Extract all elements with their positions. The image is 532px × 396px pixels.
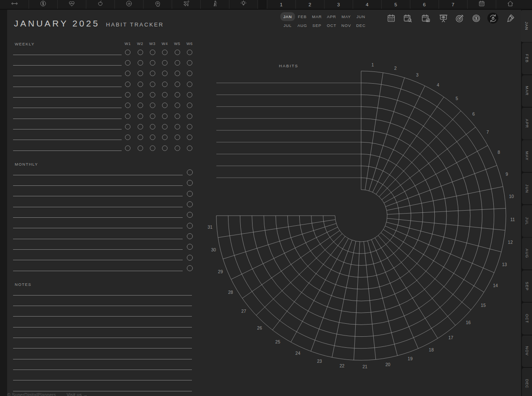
notes-line[interactable]	[13, 338, 192, 338]
pen-icon[interactable]	[505, 13, 516, 24]
weekly-check-circle-w5[interactable]	[175, 145, 180, 151]
weekly-check-circle-w3[interactable]	[150, 124, 155, 129]
weekly-check-circle-w4[interactable]	[162, 92, 168, 98]
toolbar-tab-work[interactable]	[200, 0, 229, 9]
weekly-check-circle-w5[interactable]	[175, 124, 180, 129]
toolbar-tab-5[interactable]: 5	[381, 0, 410, 9]
calendar-search-icon[interactable]	[402, 13, 413, 24]
weekly-check-circle-w2[interactable]	[138, 60, 143, 66]
monthly-check-circle[interactable]	[187, 169, 193, 175]
weekly-check-circle-w3[interactable]	[150, 50, 155, 55]
visit-us-link[interactable]: Visit us →	[66, 392, 88, 396]
month-select-aug[interactable]: AUG	[295, 21, 310, 30]
weekly-check-circle-w5[interactable]	[175, 71, 180, 76]
weekly-habit-line[interactable]	[13, 140, 122, 140]
toolbar-tab-mindset[interactable]	[143, 0, 172, 9]
toolbar-tab-4[interactable]: 4	[353, 0, 381, 9]
month-select-jul[interactable]: JUL	[280, 21, 295, 30]
weekly-check-circle-w2[interactable]	[138, 124, 143, 129]
weekly-check-circle-w1[interactable]	[125, 92, 130, 98]
notes-line[interactable]	[13, 295, 192, 296]
weekly-check-circle-w2[interactable]	[138, 92, 143, 98]
toolbar-tab-progress[interactable]	[114, 0, 143, 9]
month-select-oct[interactable]: OCT	[324, 21, 339, 30]
weekly-check-circle-w3[interactable]	[150, 114, 155, 119]
weekly-check-circle-w1[interactable]	[125, 135, 130, 140]
radial-habit-chart[interactable]: 1234567891011121314151617181920212223242…	[205, 60, 517, 373]
routine-icon[interactable]	[487, 13, 498, 24]
weekly-check-circle-w6[interactable]	[187, 50, 192, 55]
weekly-check-circle-w2[interactable]	[138, 50, 143, 55]
month-select-feb[interactable]: FEB	[295, 12, 310, 21]
weekly-check-circle-w6[interactable]	[187, 135, 192, 140]
weekly-check-circle-w5[interactable]	[175, 60, 180, 66]
toolbar-tab-savings[interactable]	[29, 0, 57, 9]
calendar-month-icon[interactable]	[386, 13, 396, 24]
weekly-check-circle-w1[interactable]	[125, 103, 130, 108]
toolbar-tab-travel[interactable]	[172, 0, 200, 9]
weekly-habit-line[interactable]	[13, 129, 122, 129]
sidebar-month-tab-apr[interactable]: APR	[522, 108, 532, 140]
notes-line[interactable]	[13, 370, 192, 370]
weekly-check-circle-w1[interactable]	[125, 114, 130, 119]
month-select-sep[interactable]: SEP	[310, 21, 325, 30]
weekly-check-circle-w1[interactable]	[125, 145, 130, 151]
sidebar-month-tab-nov[interactable]: NOV	[522, 335, 532, 367]
monthly-check-circle[interactable]	[187, 233, 193, 239]
toolbar-tab-dumbbell[interactable]	[0, 0, 29, 9]
sidebar-month-tab-jun[interactable]: JUN	[522, 173, 532, 205]
weekly-check-circle-w3[interactable]	[150, 60, 155, 66]
weekly-habit-line[interactable]	[13, 119, 122, 119]
weekly-check-circle-w4[interactable]	[162, 135, 168, 140]
monthly-check-circle[interactable]	[187, 201, 193, 207]
month-select-jun[interactable]: JUN	[354, 12, 368, 21]
weekly-check-circle-w3[interactable]	[150, 92, 155, 98]
weekly-check-circle-w5[interactable]	[175, 114, 180, 119]
notes-line[interactable]	[13, 380, 192, 380]
sidebar-month-tab-mar[interactable]: MAR	[522, 75, 532, 107]
notes-line[interactable]	[13, 359, 192, 359]
weekly-check-circle-w5[interactable]	[175, 82, 180, 87]
monthly-habit-line[interactable]	[13, 207, 183, 207]
weekly-check-circle-w2[interactable]	[138, 71, 143, 76]
weekly-check-circle-w2[interactable]	[138, 103, 143, 108]
weekly-check-circle-w2[interactable]	[138, 145, 143, 151]
weekly-check-circle-w4[interactable]	[162, 145, 168, 151]
weekly-check-circle-w4[interactable]	[162, 114, 168, 119]
weekly-habit-line[interactable]	[13, 76, 122, 76]
sidebar-month-tab-may[interactable]: MAY	[522, 140, 532, 172]
weekly-habit-line[interactable]	[13, 108, 122, 108]
calendar-stats-icon[interactable]	[420, 13, 431, 24]
sidebar-month-tab-aug[interactable]: AUG	[522, 238, 532, 269]
monthly-habit-line[interactable]	[13, 228, 183, 228]
notes-line[interactable]	[13, 348, 192, 348]
weekly-check-circle-w3[interactable]	[150, 135, 155, 140]
weekly-habit-line[interactable]	[13, 65, 122, 66]
month-select-nov[interactable]: NOV	[339, 21, 354, 30]
monthly-habit-line[interactable]	[13, 196, 183, 196]
monthly-habit-line[interactable]	[13, 185, 183, 186]
weekly-check-circle-w1[interactable]	[125, 82, 130, 87]
month-select-mar[interactable]: MAR	[310, 12, 325, 21]
weekly-check-circle-w4[interactable]	[162, 103, 168, 108]
sidebar-month-tab-jan[interactable]: JAN	[521, 10, 532, 42]
toolbar-tab-ideas[interactable]	[229, 0, 258, 9]
month-select-may[interactable]: MAY	[339, 12, 354, 21]
weekly-check-circle-w6[interactable]	[187, 145, 192, 151]
weekly-check-circle-w2[interactable]	[138, 82, 143, 87]
month-select-dec[interactable]: DEC	[354, 21, 368, 30]
weekly-check-circle-w1[interactable]	[125, 124, 130, 129]
sidebar-month-tab-oct[interactable]: OCT	[522, 303, 532, 335]
finance-icon[interactable]	[471, 13, 481, 24]
toolbar-tab-7[interactable]: 7	[439, 0, 467, 9]
toolbar-tab-calendar[interactable]	[467, 0, 496, 9]
weekly-check-circle-w1[interactable]	[125, 60, 130, 66]
sidebar-month-tab-feb[interactable]: FEB	[522, 42, 532, 74]
monthly-check-circle[interactable]	[187, 244, 193, 250]
weekly-check-circle-w1[interactable]	[125, 50, 130, 55]
monthly-check-circle[interactable]	[187, 180, 193, 186]
toolbar-tab-2[interactable]: 2	[295, 0, 324, 9]
weekly-habit-line[interactable]	[13, 150, 122, 151]
toolbar-tab-1[interactable]: 1	[267, 0, 295, 9]
weekly-check-circle-w5[interactable]	[175, 50, 180, 55]
